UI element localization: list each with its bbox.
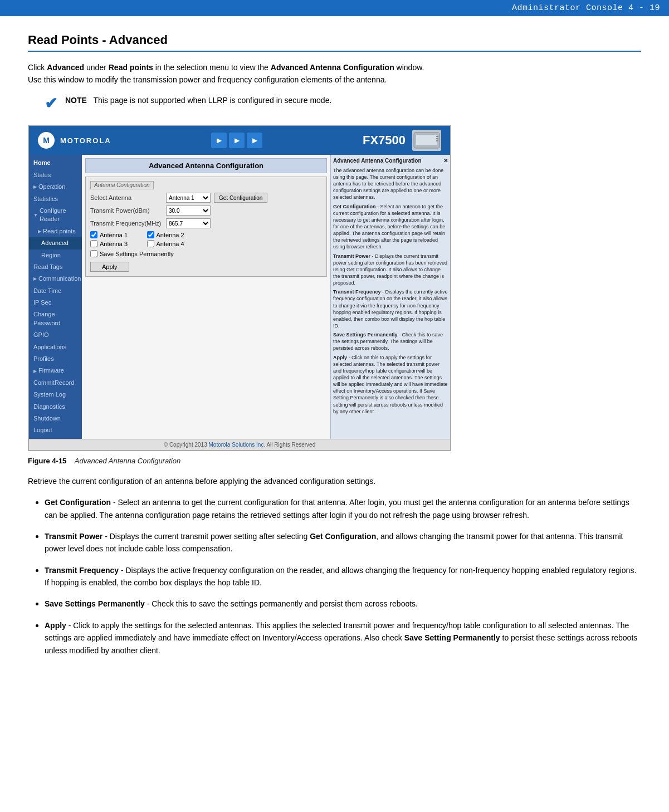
nav-item-logout[interactable]: Logout	[29, 424, 82, 436]
bullet-transmit-freq-text: - Displays the active frequency configur…	[45, 566, 636, 587]
arrow-icon-2: ▶	[229, 133, 245, 148]
right-panel-title: Advanced Antenna Configuration ✕	[333, 157, 448, 165]
bullet-transmit-power: Transmit Power - Displays the current tr…	[45, 529, 641, 555]
moto-logo-area: M MOTOROLA	[38, 132, 111, 149]
bullet-transmit-freq-term: Transmit Frequency	[45, 566, 119, 575]
nav-item-applications[interactable]: Applications	[29, 341, 82, 353]
nav-item-date-time[interactable]: Date Time	[29, 285, 82, 297]
svg-rect-3	[436, 138, 438, 139]
left-nav: Home Status ▶Operation Statistics ▼Confi…	[29, 155, 82, 438]
right-panel-get-config: Get Configuration - Select an antenna to…	[333, 203, 448, 251]
antenna1-checkbox-row: Antenna 1	[90, 231, 145, 238]
note-label: NOTE	[65, 96, 87, 105]
arrow-icon-3: ▶	[247, 133, 262, 148]
note-content: NOTE This page is not supported when LLR…	[65, 95, 331, 106]
save-settings-checkbox[interactable]	[90, 250, 97, 257]
nav-item-communication[interactable]: ▶Communication	[29, 273, 82, 285]
bullet-save-settings-text: - Check this to save the settings perman…	[147, 599, 418, 608]
antenna3-label: Antenna 3	[100, 241, 128, 247]
nav-item-system-log[interactable]: System Log	[29, 389, 82, 400]
antenna2-checkbox[interactable]	[147, 231, 154, 238]
bullet-list: Get Configuration - Select an antenna to…	[45, 495, 641, 657]
select-antenna-dropdown[interactable]: Antenna 1	[166, 193, 211, 203]
panel-title: Advanced Antenna Configuration	[85, 158, 327, 173]
arrow-icon-1: ▶	[211, 133, 227, 148]
header-text: Administrator Console 4 - 19	[512, 3, 660, 13]
transmit-freq-row: Transmit Frequency(MHz) 865.7	[90, 218, 322, 228]
intro-text-3: in the selection menu to view the	[153, 63, 271, 72]
antenna4-checkbox[interactable]	[147, 240, 154, 247]
nav-item-status[interactable]: Status	[29, 169, 82, 181]
motorola-logo-icon: M	[38, 132, 55, 149]
transmit-power-label: Transmit Power(dBm)	[90, 207, 163, 214]
nav-item-diagnostics[interactable]: Diagnostics	[29, 401, 82, 413]
svg-rect-2	[436, 136, 438, 137]
bullet-save-settings: Save Settings Permanently - Check this t…	[45, 596, 641, 610]
nav-item-gpio[interactable]: GPIO	[29, 329, 82, 341]
transmit-freq-label: Transmit Frequency(MHz)	[90, 220, 163, 227]
transmit-freq-dropdown[interactable]: 865.7	[166, 218, 211, 228]
antenna2-checkbox-row: Antenna 2	[147, 231, 202, 238]
header-bar: Administrator Console 4 - 19	[0, 0, 669, 16]
nav-item-read-points[interactable]: ▶Read points	[29, 226, 82, 237]
device-model: FX7500	[363, 133, 406, 148]
apply-button[interactable]: Apply	[90, 262, 129, 272]
nav-item-read-tags[interactable]: Read Tags	[29, 261, 82, 273]
right-panel-close-icon[interactable]: ✕	[443, 157, 448, 165]
nav-item-statistics[interactable]: Statistics	[29, 193, 82, 205]
bullet-get-config-term: Get Configuration	[45, 498, 111, 507]
bullet-get-config: Get Configuration - Select an antenna to…	[45, 495, 641, 521]
nav-item-ip-sec[interactable]: IP Sec	[29, 297, 82, 309]
antenna4-label: Antenna 4	[157, 241, 184, 247]
body-intro-text: Retrieve the current configuration of an…	[28, 475, 641, 487]
screenshot-body: Home Status ▶Operation Statistics ▼Confi…	[29, 155, 450, 438]
nav-item-region[interactable]: Region	[29, 250, 82, 261]
bullet-transmit-power-text: - Displays the current transmit power se…	[105, 532, 310, 541]
note-checkmark-icon: ✔	[45, 96, 57, 111]
nav-item-commitrecord[interactable]: CommitRecord	[29, 377, 82, 389]
nav-item-advanced[interactable]: Advanced	[29, 237, 82, 249]
bullet-apply: Apply - Click to apply the settings for …	[45, 618, 641, 657]
nav-item-configure-reader[interactable]: ▼Configure Reader	[29, 205, 82, 226]
nav-item-firmware[interactable]: ▶Firmware	[29, 365, 82, 376]
right-info-panel: Advanced Antenna Configuration ✕ The adv…	[330, 155, 450, 438]
save-settings-label: Save Settings Permanently	[100, 251, 174, 257]
footer-text: © Copyright 2013 Motorola Solutions Inc.…	[164, 442, 316, 448]
nav-item-shutdown[interactable]: Shutdown	[29, 413, 82, 424]
intro-text-5: Use this window to modify the transmissi…	[28, 75, 387, 84]
antenna3-checkbox-row: Antenna 3	[90, 240, 145, 247]
antenna3-checkbox[interactable]	[90, 240, 97, 247]
right-panel-transmit-power: Transmit Power - Displays the current tr…	[333, 253, 448, 287]
intro-paragraph: Click Advanced under Read points in the …	[28, 62, 641, 86]
bullet-transmit-freq: Transmit Frequency - Displays the active…	[45, 563, 641, 589]
intro-window-bold: Advanced Antenna Configuration	[271, 63, 394, 72]
figure-label: Figure 4-15	[28, 457, 66, 465]
nav-item-profiles[interactable]: Profiles	[29, 353, 82, 365]
select-antenna-row: Select Antenna Antenna 1 Get Configurati…	[90, 193, 322, 203]
center-panel: Advanced Antenna Configuration Antenna C…	[82, 155, 330, 438]
nav-item-operation[interactable]: ▶Operation	[29, 181, 82, 193]
transmit-power-dropdown[interactable]: 30.0	[166, 206, 211, 216]
intro-readpoints-bold: Read points	[109, 63, 153, 72]
antenna-config-box: Antenna Configuration Select Antenna Ant…	[85, 177, 327, 277]
nav-item-home[interactable]: Home	[29, 157, 82, 169]
get-configuration-button[interactable]: Get Configuration	[214, 193, 267, 203]
motorola-link[interactable]: Motorola Solutions Inc.	[208, 442, 265, 448]
bullet-get-config-text: - Select an antenna to get the current c…	[45, 498, 629, 519]
device-image	[412, 130, 441, 151]
bullet-save-settings-term: Save Settings Permanently	[45, 599, 145, 608]
save-settings-row: Save Settings Permanently	[90, 250, 322, 257]
apply-button-container: Apply	[90, 260, 322, 272]
screenshot-container: M MOTOROLA ▶ ▶ ▶ FX7500	[28, 125, 451, 451]
intro-text-4: window.	[394, 63, 424, 72]
antenna1-checkbox[interactable]	[90, 231, 97, 238]
nav-arrows: ▶ ▶ ▶	[211, 133, 262, 148]
figure-desc: Advanced Antenna Configuration	[75, 457, 180, 465]
nav-item-change-password[interactable]: Change Password	[29, 309, 82, 329]
antenna2-label: Antenna 2	[157, 232, 184, 238]
antenna-config-label: Antenna Configuration	[90, 182, 322, 188]
right-panel-save-settings: Save Settings Permanently - Check this t…	[333, 331, 448, 351]
intro-advanced-bold: Advanced	[47, 63, 84, 72]
note-text: This page is not supported when LLRP is …	[94, 96, 332, 105]
intro-text-2: under	[84, 63, 109, 72]
